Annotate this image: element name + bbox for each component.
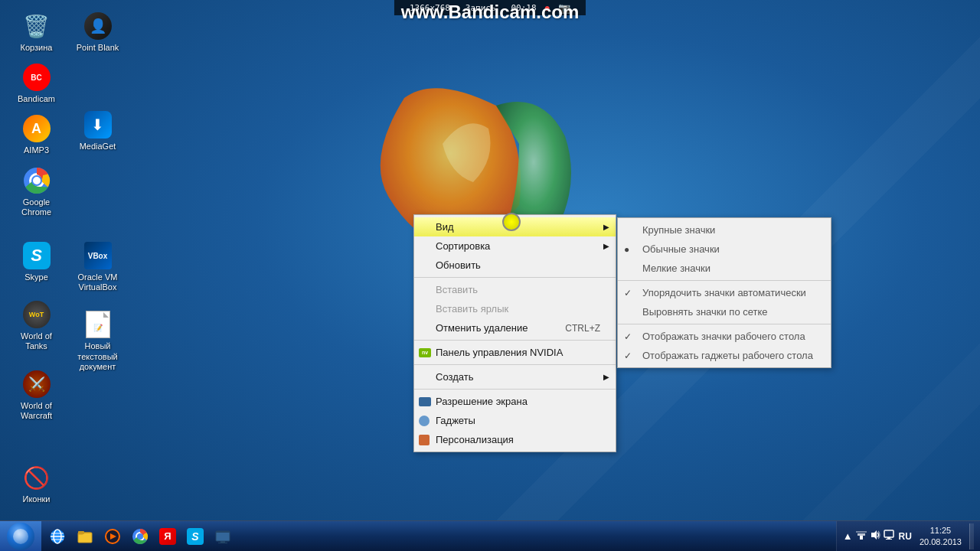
tray-date-value: 20.08.2013	[920, 536, 962, 547]
taskbar-icon-skype[interactable]: S	[182, 523, 208, 549]
desktop-icon-aimp[interactable]: A AIMP3	[8, 110, 65, 158]
menu-item-gadgets[interactable]: Гаджеты	[414, 411, 616, 430]
tray-display-icon[interactable]	[884, 530, 894, 543]
taskbar-icon-media-player[interactable]	[100, 523, 126, 549]
taskbar-icon-explorer[interactable]	[72, 523, 98, 549]
desktop-icons-col2: 👤 Point Blank ⬇ MediaGet	[69, 8, 126, 155]
submenu-item-show-desktop[interactable]: ✓ Отображать значки рабочего стола	[618, 327, 831, 346]
menu-item-paste-shortcut[interactable]: Вставить ярлык	[414, 299, 616, 318]
desktop-icon-icons-item: 🚫 Иконки	[8, 459, 65, 507]
show-gadgets-label: Отображать гаджеты рабочего стола	[642, 350, 813, 361]
submenu-item-align-grid[interactable]: Выровнять значки по сетке	[618, 302, 831, 321]
screen-res-icon	[419, 397, 431, 406]
start-button[interactable]	[0, 521, 41, 552]
desktop-icon-wot[interactable]: WoT World of Tanks	[8, 296, 65, 354]
desktop-icon-virtualbox[interactable]: VBox Oracle VM VirtualBox	[69, 237, 126, 295]
small-icons-label: Мелкие значки	[642, 262, 710, 274]
auto-arrange-label: Упорядочить значки автоматически	[642, 287, 806, 298]
wow-icon: ⚔️	[21, 369, 52, 399]
context-sep-2	[414, 340, 616, 341]
rec-dot: ●	[544, 2, 550, 14]
taskbar-icon-show-desktop[interactable]	[210, 523, 236, 549]
menu-item-personalize[interactable]: Персонализация	[414, 430, 616, 449]
svg-rect-10	[78, 531, 84, 534]
svg-rect-26	[887, 537, 890, 539]
chrome-label: Google Chrome	[11, 197, 62, 217]
normal-icons-label: Обычные значки	[642, 243, 720, 255]
chrome-icon	[21, 165, 52, 196]
submenu-item-auto-arrange[interactable]: ✓ Упорядочить значки автоматически	[618, 283, 831, 302]
desktop: 1366x768 Запись 00:18 ● 📷 www.Bandicam.c…	[0, 0, 980, 551]
taskbar-quick-launch: Я S	[41, 523, 239, 549]
tray-clock[interactable]: 11:25 20.08.2013	[916, 525, 965, 547]
desktop-icon-skype[interactable]: S Skype	[8, 237, 65, 285]
show-desktop-strip[interactable]	[969, 523, 974, 549]
menu-item-screen-res[interactable]: Разрешение экрана	[414, 392, 616, 411]
submenu-item-normal-icons[interactable]: ● Обычные значки	[618, 240, 831, 259]
point-blank-label: Point Blank	[72, 43, 123, 53]
desktop-icon-icons[interactable]: 🚫 Иконки	[8, 459, 65, 507]
menu-item-gadgets-label: Гаджеты	[436, 415, 475, 426]
wot-label: World of Tanks	[11, 331, 62, 351]
tray-expand-icon[interactable]: ▲	[843, 530, 853, 542]
menu-item-create[interactable]: Создать ▶	[414, 367, 616, 386]
context-sep-3	[414, 364, 616, 365]
submenu-arrow-create: ▶	[603, 373, 609, 381]
submenu-item-large-icons[interactable]: Крупные значки	[618, 220, 831, 240]
desktop-icon-wow[interactable]: ⚔️ World of Warcraft	[8, 366, 65, 424]
menu-item-paste[interactable]: Вставить	[414, 280, 616, 299]
submenu-vid: Крупные значки ● Обычные значки Мелкие з…	[617, 217, 831, 368]
align-grid-label: Выровнять значки по сетке	[642, 306, 768, 318]
context-sep-4	[414, 389, 616, 390]
mediaget-label: MediaGet	[72, 142, 123, 152]
desktop-icons-col1: 🗑️ Корзина BC Bandicam A AIMP3	[8, 8, 65, 220]
menu-item-personalize-label: Персонализация	[436, 434, 514, 445]
tray-language[interactable]: RU	[899, 531, 912, 542]
submenu-arrow-sort: ▶	[603, 242, 609, 250]
mediaget-icon: ⬇	[83, 109, 113, 140]
skype-label: Skype	[11, 272, 62, 282]
menu-item-screen-res-label: Разрешение экрана	[436, 396, 528, 407]
menu-item-refresh[interactable]: Обновить	[414, 256, 616, 275]
check-show-desktop: ✓	[624, 331, 632, 342]
submenu-item-small-icons[interactable]: Мелкие значки	[618, 259, 831, 278]
tray-network-icon[interactable]	[856, 530, 867, 543]
menu-item-refresh-label: Обновить	[436, 259, 481, 271]
virtualbox-label: Oracle VM VirtualBox	[72, 272, 123, 292]
desktop-icon-chrome[interactable]: Google Chrome	[8, 162, 65, 220]
check-show-gadgets: ✓	[624, 350, 632, 361]
menu-item-nvidia-label: Панель управления NVIDIA	[436, 347, 563, 358]
cursor-indicator	[502, 213, 521, 231]
bandicam-desktop-icon: BC	[21, 62, 52, 93]
menu-item-undo[interactable]: Отменить удаление CTRL+Z	[414, 318, 616, 337]
svg-rect-23	[856, 531, 867, 533]
recycle-bin-label: Корзина	[11, 43, 62, 53]
check-normal: ●	[624, 244, 629, 255]
menu-item-sort[interactable]: Сортировка ▶	[414, 236, 616, 256]
desktop-icon-new-doc[interactable]: 📝 Новый текстовый документ	[69, 306, 126, 375]
virtualbox-icon: VBox	[83, 240, 113, 271]
svg-rect-20	[218, 543, 227, 543]
nvidia-icon: nv	[419, 348, 431, 357]
svg-rect-25	[884, 530, 893, 537]
icons-icon: 🚫	[21, 462, 52, 493]
personalize-icon	[419, 435, 430, 445]
desktop-icon-bandicam[interactable]: BC Bandicam	[8, 59, 65, 107]
taskbar-icon-ie[interactable]	[44, 523, 70, 549]
desktop-icon-mediaget[interactable]: ⬇ MediaGet	[69, 106, 126, 155]
menu-item-paste-shortcut-label: Вставить ярлык	[436, 303, 508, 315]
svg-rect-18	[216, 531, 230, 533]
svg-point-3	[33, 177, 41, 184]
new-doc-icon: 📝	[83, 309, 113, 340]
taskbar-icon-chrome[interactable]	[127, 523, 153, 549]
system-tray: ▲	[836, 521, 980, 551]
start-orb-inner	[13, 529, 28, 544]
desktop-icon-point-blank[interactable]: 👤 Point Blank	[69, 8, 126, 56]
submenu-item-show-gadgets[interactable]: ✓ Отображать гаджеты рабочего стола	[618, 346, 831, 365]
tray-volume-icon[interactable]	[870, 530, 880, 543]
desktop-icon-recycle-bin[interactable]: 🗑️ Корзина	[8, 8, 65, 56]
menu-item-nvidia[interactable]: nv Панель управления NVIDIA	[414, 343, 616, 362]
menu-item-vid-label: Вид	[436, 221, 454, 233]
taskbar-icon-yandex[interactable]: Я	[155, 523, 181, 549]
svg-rect-27	[886, 539, 892, 540]
